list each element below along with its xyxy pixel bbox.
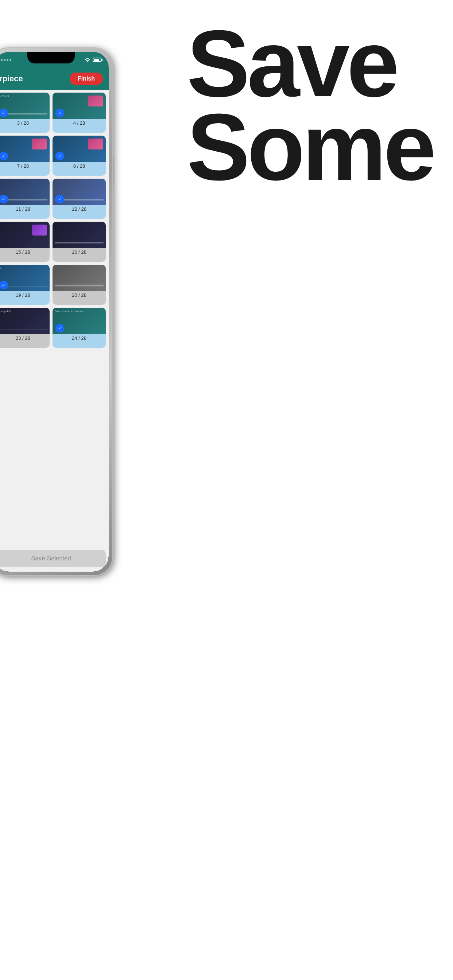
- grid-item-12-28[interactable]: ✓ 12 / 28: [53, 179, 106, 219]
- check-badge-7-28: ✓: [0, 152, 8, 161]
- big-text-headline: Save Some: [179, 22, 453, 189]
- dot3: [6, 59, 8, 61]
- dot2: [4, 59, 5, 61]
- thumbnail-7-28: ✓: [0, 135, 49, 162]
- thumb-inner-8-28: [88, 138, 103, 150]
- signal-dots: [1, 59, 11, 61]
- check-badge-24-28: ✓: [56, 324, 64, 332]
- item-label-20-28: 20 / 28: [53, 291, 106, 299]
- grid-item-7-28[interactable]: ✓ 7 / 28: [0, 135, 49, 176]
- thumbnail-16-28: [53, 222, 106, 248]
- phone-notch: [27, 52, 75, 64]
- thumbnail-12-28: ✓: [53, 179, 106, 205]
- phone-mockup: rpiece Finish for Vue 3: [0, 48, 120, 587]
- thumbnail-8-28: ✓: [53, 135, 106, 162]
- grid-item-20-28[interactable]: 20 / 28: [53, 265, 106, 305]
- grid-item-11-28[interactable]: ✓ 11 / 28: [0, 179, 49, 219]
- phone-screen: rpiece Finish for Vue 3: [0, 52, 109, 572]
- grid-item-4-28[interactable]: ✓ 4 / 28: [53, 92, 106, 133]
- big-text-line1: Save: [187, 22, 453, 105]
- phone-inner: rpiece Finish for Vue 3: [0, 52, 109, 572]
- item-label-4-28: 4 / 28: [53, 119, 106, 127]
- check-badge-19-28: ✓: [0, 281, 8, 290]
- phone-side-button: [113, 157, 115, 186]
- item-label-12-28: 12 / 28: [53, 205, 106, 213]
- check-badge-3-28: ✓: [0, 109, 8, 118]
- thumbnail-19-28: Re: ✓: [0, 265, 49, 291]
- check-badge-8-28: ✓: [56, 152, 64, 161]
- thumbnail-4-28: ✓: [53, 92, 106, 119]
- dot4: [10, 59, 11, 61]
- grid-area: for Vue 3 ✓ 3 / 28: [0, 90, 109, 572]
- thumbnail-11-28: ✓: [0, 179, 49, 205]
- check-badge-4-28: ✓: [56, 109, 64, 118]
- wifi-icon: [85, 57, 91, 63]
- app-title: rpiece: [0, 74, 23, 83]
- battery-icon: [93, 57, 101, 62]
- item-label-8-28: 8 / 28: [53, 162, 106, 170]
- thumb-inner-15-28: [32, 224, 47, 235]
- thumb-label-19-28: Re:: [0, 267, 3, 269]
- status-icons: [85, 57, 101, 63]
- item-label-15-28: 15 / 28: [0, 248, 49, 256]
- svg-point-0: [87, 61, 88, 62]
- grid-item-23-28[interactable]: Group data 23 / 28: [0, 308, 49, 348]
- item-label-19-28: 19 / 28: [0, 291, 49, 299]
- check-badge-12-28: ✓: [56, 195, 64, 204]
- dot1: [1, 59, 3, 61]
- thumb-label-23-28: Group data: [0, 310, 11, 312]
- battery-fill: [94, 59, 99, 61]
- thumb-label-24-28: Save schema to database: [55, 310, 84, 312]
- check-badge-11-28: ✓: [0, 195, 8, 204]
- thumbnail-3-28: for Vue 3 ✓: [0, 92, 49, 119]
- save-btn-container: Save Selected: [0, 550, 106, 567]
- image-grid: for Vue 3 ✓ 3 / 28: [0, 92, 106, 348]
- item-label-24-28: 24 / 28: [53, 334, 106, 342]
- grid-item-15-28[interactable]: 15 / 28: [0, 222, 49, 262]
- grid-item-24-28[interactable]: Save schema to database ✓ 24 / 28: [53, 308, 106, 348]
- item-label-11-28: 11 / 28: [0, 205, 49, 213]
- item-label-3-28: 3 / 28: [0, 119, 49, 127]
- item-label-23-28: 23 / 28: [0, 334, 49, 342]
- thumbnail-15-28: [0, 222, 49, 248]
- big-text-line2: Some: [187, 105, 453, 189]
- grid-item-8-28[interactable]: ✓ 8 / 28: [53, 135, 106, 176]
- grid-item-16-28[interactable]: 16 / 28: [53, 222, 106, 262]
- save-selected-button[interactable]: Save Selected: [0, 550, 106, 567]
- thumb-lines-16: [55, 242, 104, 245]
- item-label-7-28: 7 / 28: [0, 162, 49, 170]
- item-label-16-28: 16 / 28: [53, 248, 106, 256]
- phone-outer-shell: rpiece Finish for Vue 3: [0, 48, 113, 576]
- app-header: rpiece Finish: [0, 68, 109, 90]
- finish-button[interactable]: Finish: [70, 73, 103, 85]
- thumb-inner-7-28: [32, 138, 47, 150]
- thumbnail-24-28: Save schema to database ✓: [53, 308, 106, 334]
- thumb-label-3-28: for Vue 3: [0, 95, 9, 97]
- thumb-inner-4-28: [88, 95, 103, 107]
- thumbnail-23-28: Group data: [0, 308, 49, 334]
- grid-item-3-28[interactable]: for Vue 3 ✓ 3 / 28: [0, 92, 49, 133]
- grid-item-19-28[interactable]: Re: ✓ 19 / 28: [0, 265, 49, 305]
- thumbnail-20-28: [53, 265, 106, 291]
- thumb-lines-20: [55, 284, 104, 288]
- thumb-lines-23: [0, 329, 48, 331]
